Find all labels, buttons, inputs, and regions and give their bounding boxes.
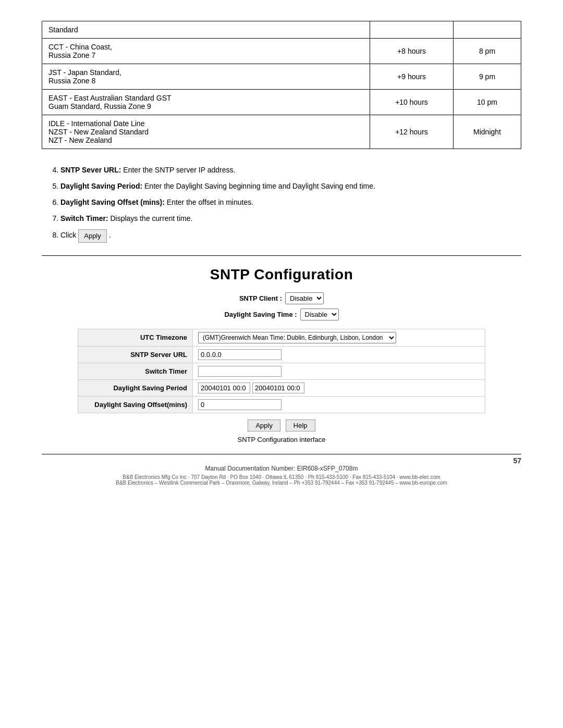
timezone-time-cell: 8 pm (454, 39, 521, 64)
instruction-item: Daylight Saving Period: Enter the Daylig… (60, 181, 521, 192)
instruction-item: Switch Timer: Displays the current time. (60, 213, 521, 224)
page-number: 57 (513, 456, 521, 465)
apply-inline-button[interactable]: Apply (78, 229, 107, 243)
sntp-server-url-input[interactable] (198, 349, 282, 360)
timezone-offset-cell (370, 21, 454, 39)
daylight-saving-row: Daylight Saving Time : DisableEnable (224, 309, 338, 320)
config-label: SNTP Server URL (78, 346, 193, 363)
config-value[interactable]: (GMT)Greenwich Mean Time: Dublin, Edinbu… (193, 329, 485, 346)
timezone-offset-cell: +8 hours (370, 39, 454, 64)
timezone-offset-cell: +12 hours (370, 115, 454, 149)
timezone-zone-cell: IDLE - International Date LineNZST - New… (42, 115, 370, 149)
footer: 57 Manual Documentation Number: EIR608-x… (42, 465, 521, 486)
instruction-item: Click Apply . (60, 229, 521, 243)
timezone-zone-cell: CCT - China Coast,Russia Zone 7 (42, 39, 370, 64)
daylight-saving-offset(mins)-input[interactable] (198, 399, 282, 410)
config-value[interactable] (193, 396, 485, 413)
period-end-input[interactable] (252, 382, 304, 393)
instruction-item: SNTP Sever URL: Enter the SNTP server IP… (60, 165, 521, 176)
config-table: UTC Timezone(GMT)Greenwich Mean Time: Du… (78, 329, 485, 413)
instruction-item: Daylight Saving Offset (mins): Enter the… (60, 197, 521, 208)
switch-timer-input[interactable] (198, 366, 282, 377)
sntp-configuration-section: SNTP Configuration SNTP Client : Disable… (42, 255, 521, 454)
timezone-table: StandardCCT - China Coast,Russia Zone 7+… (42, 21, 521, 149)
config-value[interactable] (193, 346, 485, 363)
config-value[interactable] (193, 379, 485, 396)
timezone-time-cell: Midnight (454, 115, 521, 149)
sntp-client-row: SNTP Client : DisableEnable (239, 292, 324, 304)
sntp-client-label: SNTP Client : (239, 294, 282, 302)
apply-button[interactable]: Apply (248, 419, 280, 431)
timezone-offset-cell: +10 hours (370, 90, 454, 115)
config-label: Switch Timer (78, 363, 193, 379)
help-button[interactable]: Help (286, 419, 315, 431)
daylight-saving-select[interactable]: DisableEnable (300, 309, 339, 320)
timezone-offset-cell: +9 hours (370, 64, 454, 90)
company-info-2: B&B Electronics – Westlink Commercial Pa… (42, 480, 521, 486)
period-start-input[interactable] (198, 382, 250, 393)
utc-timezone-select[interactable]: (GMT)Greenwich Mean Time: Dublin, Edinbu… (198, 332, 396, 343)
doc-number: Manual Documentation Number: EIR608-xSFP… (42, 465, 521, 472)
config-value[interactable] (193, 363, 485, 379)
daylight-saving-label: Daylight Saving Time : (224, 311, 297, 318)
sntp-client-select[interactable]: DisableEnable (285, 292, 324, 304)
sntp-caption: SNTP Configuration interface (42, 436, 521, 443)
config-label: Daylight Saving Period (78, 379, 193, 396)
timezone-zone-cell: EAST - East Australian Standard GSTGuam … (42, 90, 370, 115)
sntp-title: SNTP Configuration (42, 266, 521, 283)
timezone-zone-cell: JST - Japan Standard,Russia Zone 8 (42, 64, 370, 90)
sntp-controls: SNTP Client : DisableEnable Daylight Sav… (42, 292, 521, 320)
timezone-time-cell (454, 21, 521, 39)
timezone-time-cell: 9 pm (454, 64, 521, 90)
timezone-time-cell: 10 pm (454, 90, 521, 115)
config-label: UTC Timezone (78, 329, 193, 346)
timezone-zone-cell: Standard (42, 21, 370, 39)
instructions-section: SNTP Sever URL: Enter the SNTP server IP… (42, 165, 521, 243)
config-buttons: Apply Help (42, 419, 521, 431)
company-info-1: B&B Electronics Mfg Co Inc · 707 Dayton … (42, 474, 521, 480)
config-label: Daylight Saving Offset(mins) (78, 396, 193, 413)
